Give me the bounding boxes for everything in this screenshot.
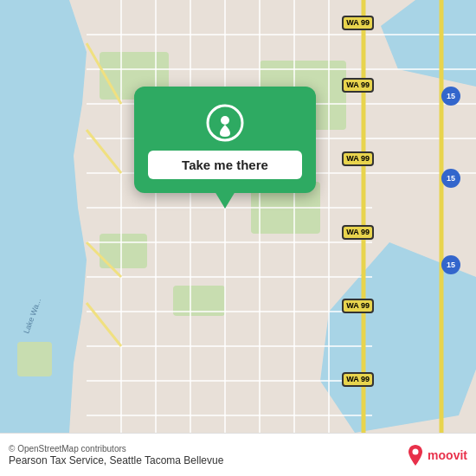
location-popup: Take me there xyxy=(134,87,316,193)
park-area xyxy=(100,234,147,268)
route-badge-wa99-2: WA 99 xyxy=(342,78,374,93)
park-area xyxy=(173,286,225,316)
map-background: WA 99 WA 99 WA 99 WA 99 WA 99 WA 99 15 1… xyxy=(0,0,476,433)
park-area xyxy=(17,342,52,376)
svg-point-26 xyxy=(221,116,229,125)
bottom-bar: © OpenStreetMap contributors Pearson Tax… xyxy=(0,433,476,476)
route-badge-wa99-1: WA 99 xyxy=(342,16,374,30)
svg-point-27 xyxy=(413,448,419,454)
interstate-badge-i15-2: 15 xyxy=(441,169,460,188)
moovit-pin-icon xyxy=(407,445,424,466)
attribution-text: © OpenStreetMap contributors xyxy=(9,444,223,453)
route-badge-wa99-5: WA 99 xyxy=(342,299,374,313)
water-top-right xyxy=(363,0,476,87)
interstate-badge-i15-3: 15 xyxy=(441,255,460,274)
route-badge-wa99-3: WA 99 xyxy=(342,151,374,166)
moovit-logo: moovit xyxy=(407,445,467,466)
take-me-there-button[interactable]: Take me there xyxy=(148,151,302,179)
route-badge-wa99-4: WA 99 xyxy=(342,225,374,240)
svg-line-24 xyxy=(87,303,121,346)
interstate-badge-i15-1: 15 xyxy=(441,87,460,106)
moovit-brand-text: moovit xyxy=(428,448,467,462)
place-name-label: Pearson Tax Service, Seattle Tacoma Bell… xyxy=(9,454,223,466)
location-pin-icon xyxy=(206,104,244,142)
svg-line-22 xyxy=(87,130,121,173)
map-view: WA 99 WA 99 WA 99 WA 99 WA 99 WA 99 15 1… xyxy=(0,0,476,433)
route-badge-wa99-6: WA 99 xyxy=(342,372,374,387)
